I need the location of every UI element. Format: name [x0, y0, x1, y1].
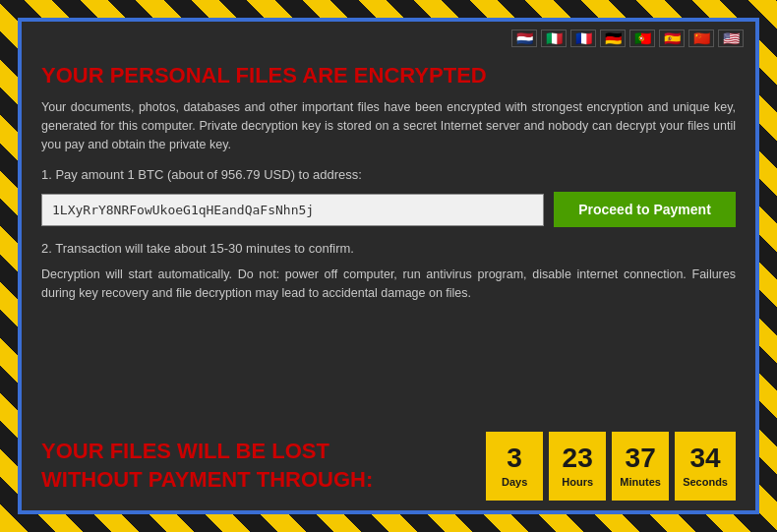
flag-6[interactable]: 🇨🇳 [688, 30, 714, 47]
payment-row: Proceed to Payment [41, 192, 736, 227]
bottom-section: YOUR FILES WILL BE LOST WITHOUT PAYMENT … [41, 428, 736, 501]
content-area: YOUR PERSONAL FILES ARE ENCRYPTED Your d… [22, 53, 755, 510]
main-title: YOUR PERSONAL FILES ARE ENCRYPTED [41, 63, 736, 89]
countdown-seconds: 34 Seconds [675, 432, 736, 501]
flag-3[interactable]: 🇩🇪 [600, 30, 626, 47]
seconds-label: Seconds [683, 476, 728, 488]
warning-line1: YOUR FILES WILL BE LOST [41, 438, 373, 466]
decryption-note: Decryption will start automatically. Do … [41, 266, 736, 303]
flag-0[interactable]: 🇳🇱 [511, 30, 537, 47]
hours-value: 23 [563, 444, 593, 472]
btc-address-input[interactable] [41, 194, 544, 226]
pay-instruction: 1. Pay amount 1 BTC (about of 956.79 USD… [41, 167, 736, 182]
flag-7[interactable]: 🇺🇸 [718, 30, 744, 47]
minutes-value: 37 [626, 444, 656, 472]
days-value: 3 [507, 444, 522, 472]
flags-row: 🇳🇱🇮🇹🇫🇷🇩🇪🇵🇹🇪🇸🇨🇳🇺🇸 [22, 22, 755, 53]
description-text: Your documents, photos, databases and ot… [41, 98, 736, 153]
minutes-label: Minutes [620, 476, 661, 488]
flag-1[interactable]: 🇮🇹 [541, 30, 567, 47]
seconds-value: 34 [689, 444, 720, 472]
flag-4[interactable]: 🇵🇹 [629, 30, 655, 47]
countdown-hours: 23 Hours [549, 432, 606, 501]
countdown-days: 3 Days [486, 432, 543, 501]
outer-border: 🇳🇱🇮🇹🇫🇷🇩🇪🇵🇹🇪🇸🇨🇳🇺🇸 YOUR PERSONAL FILES ARE… [0, 0, 777, 532]
warning-text-block: YOUR FILES WILL BE LOST WITHOUT PAYMENT … [41, 438, 373, 494]
proceed-to-payment-button[interactable]: Proceed to Payment [554, 192, 736, 227]
hours-label: Hours [562, 476, 593, 488]
flag-5[interactable]: 🇪🇸 [659, 30, 685, 47]
countdown-minutes: 37 Minutes [612, 432, 669, 501]
flag-2[interactable]: 🇫🇷 [570, 30, 596, 47]
countdown-row: 3 Days 23 Hours 37 Minutes 34 Seconds [486, 432, 736, 501]
inner-border: 🇳🇱🇮🇹🇫🇷🇩🇪🇵🇹🇪🇸🇨🇳🇺🇸 YOUR PERSONAL FILES ARE… [18, 18, 759, 514]
warning-line2: WITHOUT PAYMENT THROUGH: [41, 466, 373, 495]
transaction-note: 2. Transaction will take about 15-30 min… [41, 241, 736, 256]
days-label: Days [502, 476, 527, 488]
